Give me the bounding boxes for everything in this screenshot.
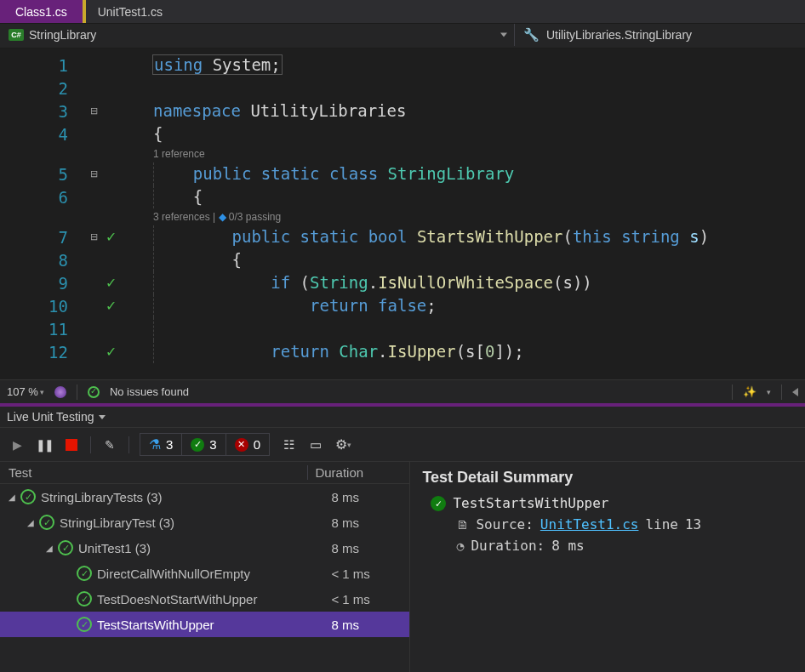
test-detail-summary: Test Detail Summary ✓ TestStartsWithUppe…: [410, 462, 805, 672]
tab-unittest1[interactable]: UnitTest1.cs: [83, 0, 178, 23]
total-tests[interactable]: ⚗3: [140, 434, 182, 455]
test-counts: ⚗3 ✓3 ✕0: [140, 433, 270, 456]
pass-icon: ✓: [77, 566, 92, 581]
type-label: UtilityLibraries.StringLibrary: [546, 28, 692, 42]
fold-toggle[interactable]: ⊟: [85, 168, 102, 179]
source-link[interactable]: UnitTest1.cs: [540, 516, 639, 532]
line-number: 6: [0, 188, 85, 207]
type-dropdown[interactable]: 🔧 UtilityLibraries.StringLibrary: [515, 24, 805, 46]
detail-test-name: TestStartsWithUpper: [453, 495, 608, 511]
issues-label: No issues found: [110, 385, 189, 398]
test-name: UnitTest1 (3): [78, 541, 316, 555]
pass-icon: ✓: [58, 540, 73, 555]
fold-toggle[interactable]: ⊟: [85, 105, 102, 117]
test-pass-icon: ✓: [102, 344, 117, 360]
play-button[interactable]: ▶: [9, 436, 26, 453]
duration-value: 8 ms: [551, 538, 585, 554]
test-duration: < 1 ms: [316, 567, 409, 581]
code-area[interactable]: using System; namespace UtilityLibraries…: [153, 48, 805, 379]
code-editor[interactable]: 1 2 3⊟ 4 5⊟ 6 7⊟✓ 8 9✓ 10✓ 11 12✓ using …: [0, 48, 805, 379]
pass-icon: ✓: [431, 496, 446, 511]
test-tree: Test Duration ◢✓StringLibraryTests (3)8 …: [0, 462, 410, 672]
stop-button[interactable]: [63, 436, 80, 453]
test-row[interactable]: ✓TestStartsWithUpper8 ms: [0, 612, 409, 637]
expand-icon[interactable]: ◢: [9, 493, 17, 502]
line-number: 10: [0, 297, 85, 316]
codelens-class[interactable]: 1 reference: [153, 145, 805, 162]
pause-button[interactable]: ❚❚: [36, 436, 53, 453]
editor-gutter: 1 2 3⊟ 4 5⊟ 6 7⊟✓ 8 9✓ 10✓ 11 12✓: [0, 48, 153, 379]
live-unit-testing-panel: Live Unit Testing ▶ ❚❚ ✎ ⚗3 ✓3 ✕0 ☷ ▭ ⚙ …: [0, 407, 805, 672]
pass-icon: ✓: [39, 515, 54, 530]
wrench-icon: 🔧: [523, 27, 540, 43]
tree-header: Test Duration: [0, 462, 409, 484]
line-number: 13: [685, 516, 701, 532]
layout-button[interactable]: ▭: [307, 436, 324, 453]
source-label: Source:: [476, 516, 533, 532]
tab-class1[interactable]: Class1.cs: [0, 0, 83, 23]
line-number: 11: [0, 320, 85, 339]
col-test[interactable]: Test: [9, 465, 307, 480]
group-by-button[interactable]: ☷: [280, 436, 297, 453]
test-row[interactable]: ✓DirectCallWithNullOrEmpty< 1 ms: [0, 561, 409, 586]
test-name: StringLibraryTest (3): [60, 515, 316, 530]
expand-icon[interactable]: ◢: [27, 518, 36, 527]
scroll-left-icon[interactable]: [792, 388, 798, 396]
test-pass-icon: ✓: [102, 229, 117, 245]
editor-status-bar: 107 % ▾ No issues found ✨▾: [0, 379, 805, 403]
project-dropdown[interactable]: C# StringLibrary: [0, 24, 515, 46]
passed-tests[interactable]: ✓3: [182, 434, 226, 455]
pass-icon: ✓: [77, 591, 92, 607]
zoom-level[interactable]: 107 % ▾: [7, 385, 44, 398]
test-duration: 8 ms: [316, 490, 409, 504]
line-number: 8: [0, 251, 85, 270]
panel-title[interactable]: Live Unit Testing: [0, 407, 805, 427]
test-name: DirectCallWithNullOrEmpty: [97, 567, 316, 581]
pass-icon: ✓: [20, 489, 36, 504]
settings-button[interactable]: ⚙ ▾: [334, 436, 351, 453]
line-number: 3: [0, 102, 85, 121]
line-number: 2: [0, 79, 85, 98]
test-duration: < 1 ms: [316, 592, 409, 607]
flask-icon: ⚗: [149, 436, 161, 453]
fold-toggle[interactable]: ⊟: [85, 231, 102, 242]
pass-icon: ✓: [77, 617, 92, 632]
test-duration: 8 ms: [316, 541, 409, 555]
lut-toolbar: ▶ ❚❚ ✎ ⚗3 ✓3 ✕0 ☷ ▭ ⚙ ▾: [0, 427, 805, 462]
test-name: StringLibraryTests (3): [41, 490, 316, 504]
test-name: TestDoesNotStartWithUpper: [97, 592, 316, 607]
line-number: 5: [0, 165, 85, 184]
test-duration: 8 ms: [316, 618, 409, 632]
document-tabs: Class1.cs UnitTest1.cs: [0, 0, 805, 24]
line-number: 12: [0, 343, 85, 362]
test-row[interactable]: ◢✓UnitTest1 (3)8 ms: [0, 535, 409, 561]
project-label: StringLibrary: [29, 28, 96, 42]
line-label: line: [645, 516, 678, 532]
line-number: 9: [0, 274, 85, 293]
failed-tests[interactable]: ✕0: [226, 434, 269, 455]
line-number: 7: [0, 228, 85, 247]
intellicode-icon[interactable]: [54, 386, 66, 398]
no-issues-icon: [88, 386, 100, 398]
line-number: 4: [0, 125, 85, 144]
test-pass-icon: ✓: [102, 275, 117, 291]
chevron-down-icon: [500, 33, 507, 37]
test-row[interactable]: ◢✓StringLibraryTests (3)8 ms: [0, 484, 409, 510]
edit-playlist-button[interactable]: ✎: [101, 436, 118, 453]
test-pass-icon: ✓: [102, 298, 117, 314]
duration-label: Duration:: [471, 538, 545, 554]
test-name: TestStartsWithUpper: [97, 618, 316, 632]
test-duration: 8 ms: [316, 515, 409, 530]
codelens-method[interactable]: 3 references | ◆ 0/3 passing: [153, 208, 805, 225]
cleanup-icon[interactable]: ✨: [743, 385, 756, 398]
chevron-down-icon: [99, 415, 106, 419]
pass-icon: ✓: [191, 438, 204, 452]
csharp-icon: C#: [9, 29, 24, 41]
fail-icon: ✕: [235, 438, 248, 452]
col-duration[interactable]: Duration: [307, 465, 401, 480]
expand-icon[interactable]: ◢: [46, 544, 54, 553]
test-row[interactable]: ✓TestDoesNotStartWithUpper< 1 ms: [0, 586, 409, 612]
document-icon: 🗎: [456, 517, 469, 532]
detail-title: Test Detail Summary: [422, 469, 793, 487]
test-row[interactable]: ◢✓StringLibraryTest (3)8 ms: [0, 510, 409, 535]
